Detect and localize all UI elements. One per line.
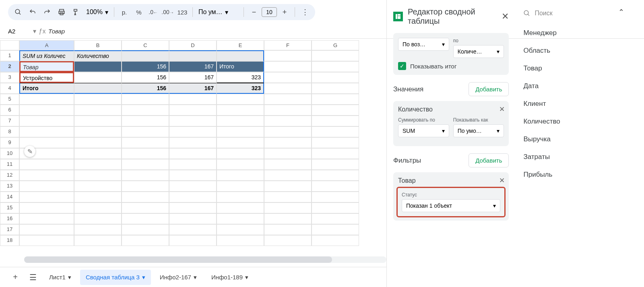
search-icon[interactable] [11,5,25,19]
remove-filter-icon[interactable]: ✕ [499,176,505,185]
remove-value-icon[interactable]: ✕ [499,105,505,114]
col-header[interactable]: F [264,40,312,50]
sort-order-dropdown[interactable]: По воз…▾ [398,38,449,51]
row-header[interactable]: 14 [0,192,19,202]
cell[interactable] [217,50,264,61]
add-value-button[interactable]: Добавить [469,82,509,96]
field-item[interactable]: Затраты [523,148,636,166]
row-header[interactable]: 16 [0,213,19,224]
cell[interactable] [74,72,122,83]
cell[interactable]: 167 [169,83,217,94]
sheet-tab[interactable]: Лист1▾ [43,270,77,285]
cell[interactable]: 156 [122,61,169,72]
show-as-dropdown[interactable]: По умо…▾ [453,124,504,137]
spreadsheet-grid[interactable]: A B C D E F G 1 SUM из Количес Количеств… [0,40,386,246]
cell[interactable]: 323 [217,72,264,83]
cell[interactable] [169,50,217,61]
row-header[interactable]: 8 [0,126,19,137]
field-item[interactable]: Выручка [523,130,636,148]
decrease-decimal-icon[interactable]: .0← [147,5,160,19]
cell[interactable] [122,50,169,61]
col-header[interactable]: E [217,40,264,50]
field-item[interactable]: Менеджер [523,24,636,42]
cell[interactable]: SUM из Количес [19,50,74,61]
cell[interactable] [264,83,312,94]
decrease-font-icon[interactable]: − [247,5,261,19]
row-header[interactable]: 17 [0,224,19,235]
field-item[interactable]: Дата [523,77,636,95]
field-search[interactable]: Поиск [523,7,636,24]
row-header[interactable]: 5 [0,94,19,105]
row-header[interactable]: 11 [0,159,19,170]
cell[interactable] [312,61,359,72]
name-box[interactable]: A2 [5,26,33,36]
cell[interactable] [74,61,122,72]
row-header[interactable]: 4 [0,83,19,94]
cell[interactable]: 156 [122,72,169,83]
print-icon[interactable] [55,5,68,19]
filter-status-dropdown[interactable]: Показан 1 объект▾ [402,199,500,212]
row-header[interactable]: 15 [0,202,19,213]
more-icon[interactable]: ⋮ [298,5,312,19]
field-item[interactable]: Товар [523,60,636,77]
col-header[interactable]: G [312,40,359,50]
cell[interactable] [264,72,312,83]
sheet-tab-active[interactable]: Сводная таблица 3▾ [80,270,151,285]
cell[interactable] [74,83,122,94]
cell[interactable] [264,61,312,72]
sheet-tab[interactable]: Инфо1-189▾ [206,270,254,285]
show-total-checkbox[interactable]: ✓Показывать итог [398,62,504,70]
field-item[interactable]: Прибыль [523,166,636,184]
col-header[interactable]: A [19,40,74,50]
col-header[interactable]: B [74,40,122,50]
redo-icon[interactable] [40,5,54,19]
field-item[interactable]: Количество [523,113,636,130]
row-header[interactable]: 2 [0,61,19,72]
row-header[interactable]: 18 [0,235,19,246]
cell[interactable]: 156 [122,83,169,94]
cell[interactable]: Итого [217,61,264,72]
field-item[interactable]: Клиент [523,95,636,113]
row-header[interactable]: 13 [0,181,19,192]
font-size-input[interactable]: 10 [262,7,277,17]
cell[interactable] [312,50,359,61]
increase-font-icon[interactable]: + [278,5,291,19]
cell[interactable]: 167 [169,72,217,83]
row-header[interactable]: 3 [0,72,19,83]
add-sheet-icon[interactable]: + [8,270,23,285]
col-header[interactable]: D [169,40,217,50]
number-format-button[interactable]: 123 [175,5,189,19]
cell[interactable]: Количество [74,50,122,61]
name-box-chevron-icon[interactable]: ▾ [33,27,36,35]
increase-decimal-icon[interactable]: .00→ [161,5,175,19]
row-header[interactable]: 9 [0,137,19,148]
cell[interactable] [312,72,359,83]
cell[interactable] [264,50,312,61]
cell-a2[interactable]: Товар [19,61,74,72]
row-header[interactable]: 10 [0,148,19,159]
currency-button[interactable]: р. [118,5,131,19]
cell[interactable]: 167 [169,61,217,72]
formula-bar[interactable]: Товар [48,28,65,35]
zoom-dropdown[interactable]: 100%▾ [84,8,111,16]
all-sheets-icon[interactable]: ☰ [26,270,40,285]
cell[interactable]: Итого [19,83,74,94]
field-item[interactable]: Область [523,42,636,60]
close-icon[interactable]: ✕ [502,11,509,22]
undo-icon[interactable] [26,5,39,19]
col-header[interactable]: C [122,40,169,50]
row-header[interactable]: 6 [0,105,19,116]
cell[interactable] [312,83,359,94]
edit-pencil-icon[interactable]: ✎ [24,146,35,157]
sort-by-dropdown[interactable]: Количе…▾ [453,45,504,58]
sheet-tab[interactable]: Инфо2-167▾ [154,270,202,285]
font-dropdown[interactable]: По ум…▾ [196,8,240,16]
row-header[interactable]: 12 [0,170,19,181]
summarize-dropdown[interactable]: SUM▾ [398,124,449,137]
cell-a3[interactable]: Устройство [19,72,74,83]
add-filter-button[interactable]: Добавить [469,153,509,167]
cell[interactable]: 323 [217,83,264,94]
row-header[interactable]: 1 [0,50,19,61]
row-header[interactable]: 7 [0,116,19,126]
percent-button[interactable]: % [132,5,146,19]
